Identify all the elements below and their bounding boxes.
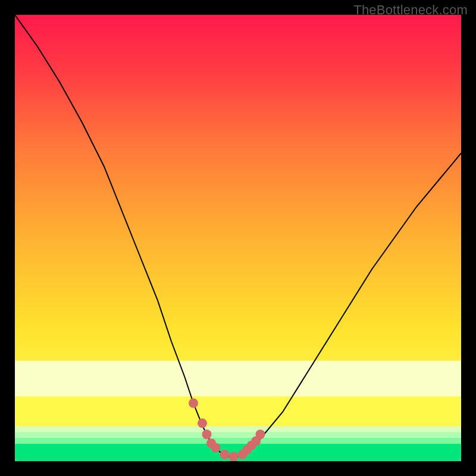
curve-marker [189, 399, 198, 408]
bottom-band [15, 427, 461, 433]
chart-frame: TheBottleneck.com [0, 0, 476, 476]
curve-marker [202, 430, 212, 439]
curve-marker [256, 430, 265, 439]
curve-marker [229, 452, 239, 462]
curve-marker [211, 443, 221, 453]
bottom-band [15, 444, 461, 461]
curve-marker [220, 450, 230, 459]
bottom-band [15, 438, 461, 444]
bottom-band [15, 361, 461, 396]
bottleneck-chart [15, 15, 461, 461]
curve-marker [198, 418, 207, 428]
bottom-band [15, 432, 461, 438]
